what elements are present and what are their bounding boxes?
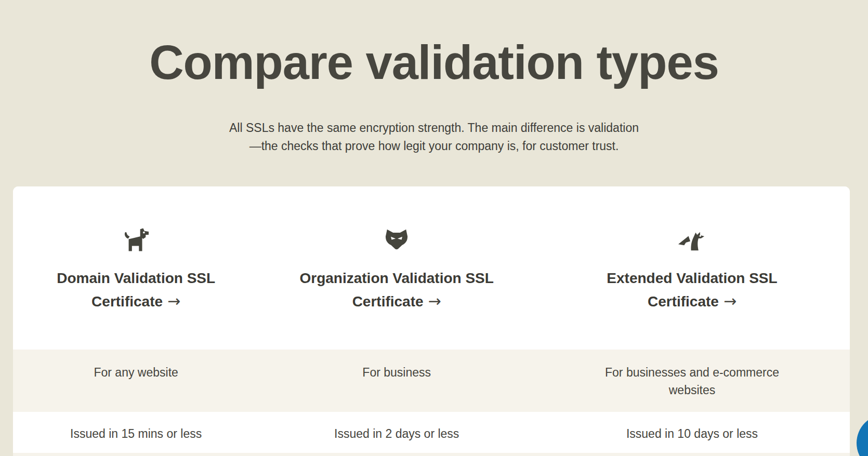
table-row-audience: For any website For business For busines… xyxy=(13,350,850,412)
domain-validation-ssl-link[interactable]: Domain Validation SSL Certificate→ xyxy=(22,267,251,313)
validation-comparison-card: Domain Validation SSL Certificate→ Organ… xyxy=(13,186,850,456)
hero-section: Compare validation types All SSLs have t… xyxy=(0,0,868,155)
extended-validation-ssl-link[interactable]: Extended Validation SSL Certificate→ xyxy=(578,267,807,313)
ssl-title-text: Domain Validation SSL Certificate xyxy=(57,270,215,310)
audience-text: For any website xyxy=(30,364,243,381)
subtitle-line-2: —the checks that prove how legit your co… xyxy=(0,137,868,155)
table-row-issuance: Issued in 15 mins or less Issued in 2 da… xyxy=(13,412,850,453)
audience-cell-organization: For business xyxy=(259,350,534,412)
dog-icon xyxy=(123,227,149,252)
table-header-row: Domain Validation SSL Certificate→ Organ… xyxy=(13,186,850,350)
arrow-right-icon: → xyxy=(428,292,441,310)
column-organization-validation: Organization Validation SSL Certificate→ xyxy=(259,186,534,350)
arrow-right-icon: → xyxy=(167,292,180,310)
table-row-next-partial xyxy=(13,453,850,456)
audience-text: For businesses and e-commerce websites xyxy=(586,364,799,399)
audience-cell-extended: For businesses and e-commerce websites xyxy=(534,350,850,412)
audience-cell-domain: For any website xyxy=(13,350,259,412)
issuance-text: Issued in 15 mins or less xyxy=(70,427,202,440)
ssl-title-text: Extended Validation SSL Certificate xyxy=(607,270,777,310)
page-title: Compare validation types xyxy=(0,35,868,90)
issuance-text: Issued in 10 days or less xyxy=(626,427,758,440)
audience-text: For business xyxy=(290,364,503,381)
arrow-right-icon: → xyxy=(724,292,737,310)
column-extended-validation: Extended Validation SSL Certificate→ xyxy=(534,186,850,350)
dragon-icon xyxy=(677,227,707,252)
wolf-icon xyxy=(385,227,409,252)
ssl-title-text: Organization Validation SSL Certificate xyxy=(299,270,493,310)
chat-bubble-button[interactable] xyxy=(857,414,868,456)
issuance-text: Issued in 2 days or less xyxy=(334,427,459,440)
organization-validation-ssl-link[interactable]: Organization Validation SSL Certificate→ xyxy=(282,267,511,313)
column-domain-validation: Domain Validation SSL Certificate→ xyxy=(13,186,259,350)
subtitle-line-1: All SSLs have the same encryption streng… xyxy=(0,119,868,137)
issuance-cell-extended: Issued in 10 days or less xyxy=(534,412,850,453)
issuance-cell-organization: Issued in 2 days or less xyxy=(259,412,534,453)
issuance-cell-domain: Issued in 15 mins or less xyxy=(13,412,259,453)
page: Compare validation types All SSLs have t… xyxy=(0,0,868,456)
page-subtitle: All SSLs have the same encryption streng… xyxy=(0,119,868,155)
